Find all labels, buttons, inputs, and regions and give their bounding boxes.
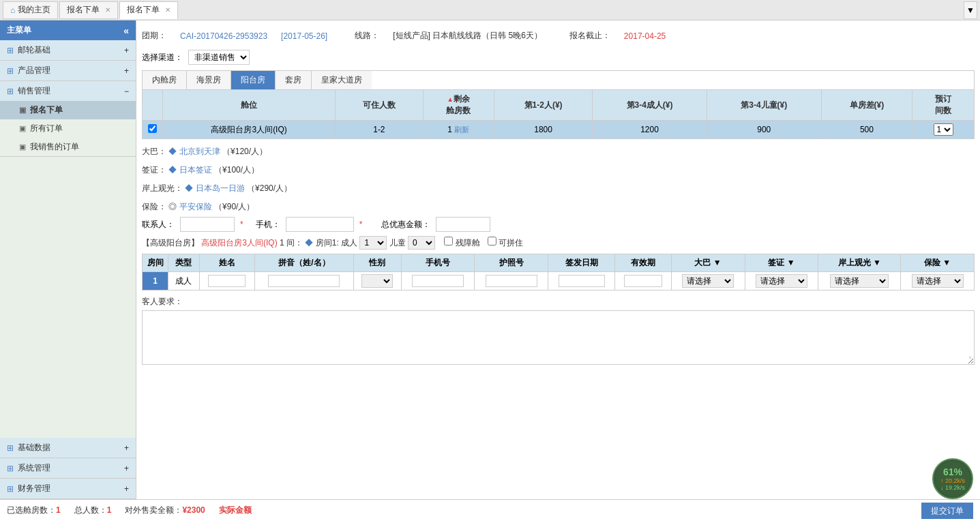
bus-row: 大巴： ◆ 北京到天津 （¥120/人）	[142, 146, 975, 158]
tab-royal-promenade[interactable]: 皇家大道房	[312, 71, 372, 89]
p-name-input[interactable]	[208, 275, 246, 287]
period-code: CAI-20170426-2953923	[180, 31, 267, 41]
tab-home-label: 我的主页	[18, 4, 50, 16]
p-phone-input[interactable]	[412, 275, 464, 287]
sidebar-group-product: ⊞ 产品管理 +	[0, 61, 136, 81]
p-pinyin-cell	[255, 272, 354, 291]
cabin-checkbox-cell	[143, 121, 163, 139]
customer-req-textarea[interactable]	[142, 310, 975, 365]
chevron-down-icon: ▼	[966, 5, 975, 15]
visa-link[interactable]: 日本签证	[179, 165, 212, 175]
p-passport-input[interactable]	[486, 275, 537, 287]
sidebar-collapse-icon[interactable]: «	[123, 25, 129, 36]
p-pinyin-input[interactable]	[268, 275, 340, 287]
room-detail-link[interactable]: 高级阳台房3人间(IQ)	[201, 238, 277, 248]
contact-label: 联系人：	[142, 219, 175, 230]
tab-inner-cabin[interactable]: 内舱房	[143, 71, 187, 89]
p-phone-cell	[401, 272, 475, 291]
price-3-4-child-cell: 900	[707, 121, 821, 139]
sidebar-group-product-label: 产品管理	[18, 65, 50, 76]
p-issue-date-cell	[548, 272, 615, 291]
sidebar-group-base-data-title[interactable]: ⊞ 基础数据 +	[0, 438, 136, 458]
p-gender-select[interactable]: 男 女	[361, 274, 393, 288]
expand-icon-sys: +	[124, 464, 129, 473]
contact-input[interactable]	[180, 217, 235, 232]
tour-info-bar: 团期： CAI-20170426-2953923 [2017-05-26] 线路…	[142, 26, 975, 46]
bus-label: 大巴：	[142, 147, 166, 156]
insurance-link[interactable]: 平安保险	[179, 202, 212, 211]
sidebar-group-product-title[interactable]: ⊞ 产品管理 +	[0, 61, 136, 80]
period-label: 团期：	[142, 30, 166, 42]
shareable-checkbox[interactable]	[488, 237, 496, 245]
sidebar-group-finance: ⊞ 财务管理 +	[0, 479, 136, 499]
disabled-cabin-checkbox[interactable]	[444, 237, 453, 245]
discount-input[interactable]	[436, 217, 490, 232]
sidebar-item-order-form[interactable]: ▣ 报名下单	[0, 101, 136, 119]
shore-row: 岸上观光： ◆ 日本岛一日游 （¥290/人）	[142, 183, 975, 194]
p-visa-select[interactable]: 请选择	[756, 274, 807, 288]
room1-label: 房间1: 成人	[316, 238, 357, 248]
p-gender-cell: 男 女	[353, 272, 401, 291]
tab-sea-view[interactable]: 海景房	[187, 71, 231, 89]
sidebar-item-my-orders[interactable]: ▣ 我销售的订单	[0, 138, 136, 156]
col-type: 类型	[168, 254, 200, 272]
tab-home[interactable]: ⌂ 我的主页	[3, 1, 58, 19]
shareable-label: 可拼住	[499, 238, 523, 248]
download-speed: ↓ 19.2k/s	[940, 484, 965, 491]
diamond-icon-room: ◆	[305, 238, 313, 248]
tab-order2-close[interactable]: ✕	[165, 6, 170, 14]
col-visa-p: 签证 ▼	[745, 254, 818, 272]
sidebar-item-all-orders[interactable]: ▣ 所有订单	[0, 119, 136, 138]
shore-link[interactable]: 日本岛一日游	[196, 183, 245, 193]
sidebar-group-finance-title[interactable]: ⊞ 财务管理 +	[0, 479, 136, 498]
passenger-row: 1 成人 男 女	[143, 272, 975, 291]
child-count-select[interactable]: 0 1 2	[408, 236, 435, 250]
tab-order2[interactable]: 报名下单 ✕	[119, 1, 178, 19]
selected-cabins-value: 1	[56, 505, 61, 515]
phone-input[interactable]	[286, 217, 354, 232]
p-expiry-cell	[615, 272, 672, 291]
tab-order1[interactable]: 报名下单 ✕	[59, 1, 118, 19]
bus-link[interactable]: 北京到天津	[179, 147, 220, 156]
total-people-value: 1	[107, 505, 112, 515]
passenger-table: 房间 类型 姓名 拼音（姓/名） 性别 手机号 护照号 签发日期 有效期 大巴 …	[142, 254, 975, 291]
sidebar-header: 主菜单 «	[0, 20, 136, 40]
sidebar-group-sales: ⊞ 销售管理 − ▣ 报名下单 ▣ 所有订单 ▣ 我销售的订单	[0, 81, 136, 157]
p-insurance-select[interactable]: 请选择	[912, 274, 964, 288]
triangle-up-icon: ▲	[447, 95, 454, 103]
main-layout: 主菜单 « ⊞ 邮轮基础 + ⊞ 产品管理 + ⊞ 销售管理 −	[0, 20, 980, 499]
tab-bar: ⌂ 我的主页 报名下单 ✕ 报名下单 ✕ ▼	[0, 0, 980, 20]
diamond-icon-visa: ◆	[168, 165, 177, 175]
expand-icon-sales: −	[124, 87, 129, 96]
adult-count-select[interactable]: 1 2 3	[359, 236, 387, 250]
tab-order1-close[interactable]: ✕	[105, 6, 110, 14]
p-expiry-input[interactable]	[624, 275, 662, 287]
p-issue-date-input[interactable]	[559, 275, 605, 287]
p-shore-select[interactable]: 请选择	[830, 274, 889, 288]
room-count-text: 1 间：	[280, 238, 303, 248]
col-phone: 手机号	[401, 254, 475, 272]
tab-dropdown[interactable]: ▼	[964, 1, 977, 19]
cabin-checkbox[interactable]	[148, 124, 157, 133]
sidebar-group-sys-title[interactable]: ⊞ 系统管理 +	[0, 458, 136, 478]
refresh-link[interactable]: 刷新	[454, 125, 469, 134]
tab-suite[interactable]: 套房	[276, 71, 312, 89]
grid-icon-sales: ⊞	[7, 87, 14, 96]
p-passport-cell	[475, 272, 548, 291]
channel-row: 选择渠道： 非渠道销售	[142, 50, 975, 65]
sidebar-group-basic-title[interactable]: ⊞ 邮轮基础 +	[0, 40, 136, 60]
col-passport: 护照号	[475, 254, 548, 272]
room-detail-prefix: 【高级阳台房】	[142, 238, 199, 248]
chevron-insurance: ▼	[942, 258, 951, 267]
sidebar-group-sales-title[interactable]: ⊞ 销售管理 −	[0, 81, 136, 101]
tab-order2-label: 报名下单	[127, 4, 160, 16]
tab-balcony[interactable]: 阳台房	[231, 71, 276, 89]
chevron-bus: ▼	[713, 258, 722, 267]
rooms-select[interactable]: 1 2	[934, 123, 953, 136]
main-menu-label: 主菜单	[7, 25, 31, 36]
chevron-shore: ▼	[873, 258, 881, 267]
p-bus-select[interactable]: 请选择	[682, 274, 734, 288]
visa-price: （¥100/人）	[214, 165, 259, 175]
channel-select[interactable]: 非渠道销售	[188, 50, 250, 65]
submit-order-button[interactable]: 提交订单	[921, 503, 973, 519]
